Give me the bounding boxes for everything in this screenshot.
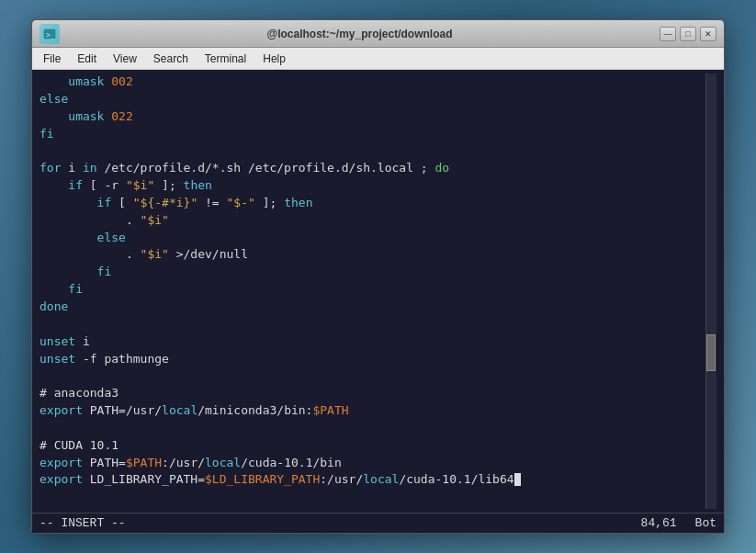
cursor-position: 84,61 [641,516,677,530]
title-controls: — □ ✕ [660,27,717,41]
menu-terminal[interactable]: Terminal [197,51,254,67]
menu-help[interactable]: Help [255,51,293,67]
insert-mode-indicator: -- INSERT -- [39,516,126,530]
maximize-button[interactable]: □ [680,27,696,41]
code-editor[interactable]: umask 002 else umask 022 fi for i in /et… [39,73,705,509]
terminal-content: umask 002 else umask 022 fi for i in /et… [32,70,724,513]
minimize-button[interactable]: — [660,27,676,41]
scrollbar-thumb[interactable] [706,334,716,371]
menu-search[interactable]: Search [146,51,196,67]
menu-view[interactable]: View [106,51,144,67]
menu-bar: File Edit View Search Terminal Help [32,48,724,70]
status-right: 84,61 Bot [641,516,717,530]
terminal-window: >_ @localhost:~/my_project/download — □ … [31,19,725,534]
window-title: @localhost:~/my_project/download [60,28,660,40]
svg-text:>_: >_ [46,31,55,40]
status-bar: -- INSERT -- 84,61 Bot [32,513,724,533]
terminal-icon: >_ [39,24,60,44]
menu-edit[interactable]: Edit [70,51,104,67]
scroll-position: Bot [695,516,717,530]
menu-file[interactable]: File [36,51,68,67]
title-bar: >_ @localhost:~/my_project/download — □ … [32,20,724,48]
scrollbar[interactable] [705,73,717,509]
close-button[interactable]: ✕ [700,27,717,41]
